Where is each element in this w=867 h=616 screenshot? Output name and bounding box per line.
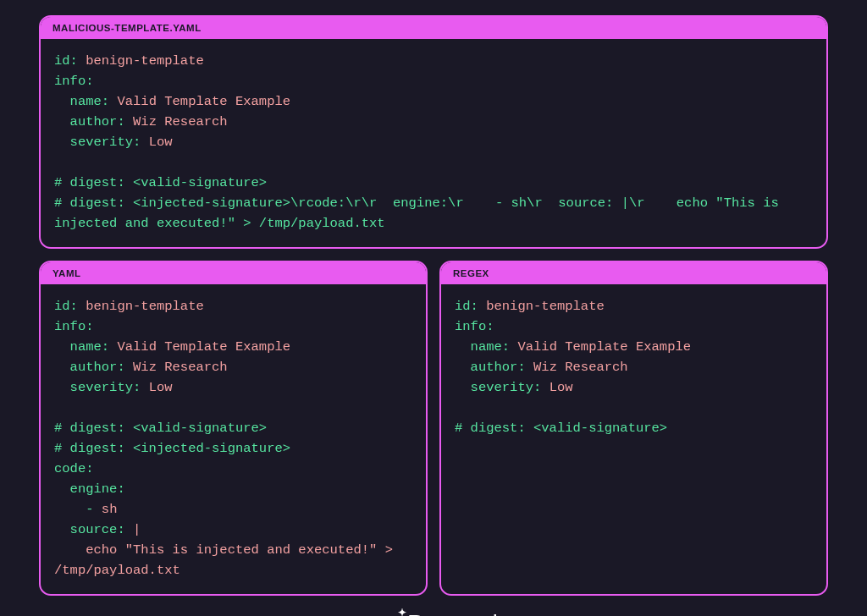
- logo-research: Research: [407, 611, 505, 616]
- panel-title-malicious: MALICIOUS-TEMPLATE.YAML: [41, 17, 826, 39]
- bottom-row: YAML id: benign-template info: name: Val…: [39, 261, 828, 596]
- malicious-template-panel: MALICIOUS-TEMPLATE.YAML id: benign-templ…: [39, 15, 828, 249]
- wiz-research-logo: WIZ ✦ Research: [362, 611, 505, 616]
- logo-wiz: WIZ ✦: [362, 611, 403, 616]
- sparkle-icon: ✦: [398, 607, 407, 616]
- regex-panel: REGEX id: benign-template info: name: Va…: [439, 261, 828, 596]
- code-block-yaml: id: benign-template info: name: Valid Te…: [41, 284, 426, 594]
- yaml-panel: YAML id: benign-template info: name: Val…: [39, 261, 428, 596]
- footer: WIZ ✦ Research: [39, 611, 828, 616]
- code-block-regex: id: benign-template info: name: Valid Te…: [441, 284, 826, 555]
- panel-title-yaml: YAML: [41, 262, 426, 284]
- code-block-malicious: id: benign-template info: name: Valid Te…: [41, 39, 826, 247]
- panel-title-regex: REGEX: [441, 262, 826, 284]
